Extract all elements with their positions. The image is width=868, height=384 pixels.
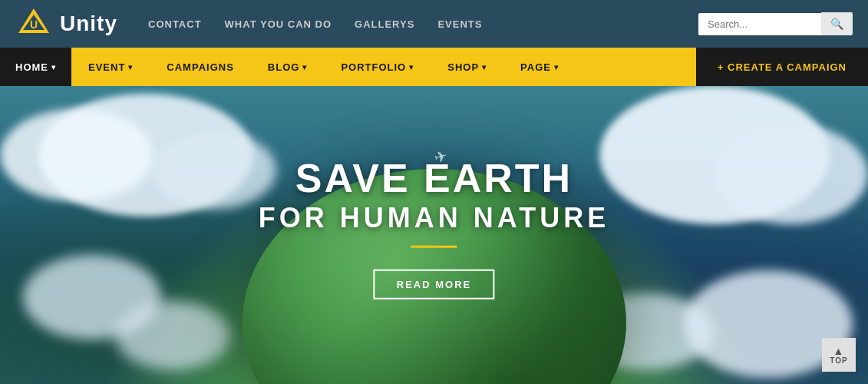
- svg-text:U: U: [30, 18, 38, 31]
- blog-arrow-icon: ▾: [302, 63, 307, 71]
- back-to-top-button[interactable]: ▲ TOP: [822, 338, 856, 372]
- hero-title-main: SAVE EARTH: [259, 157, 609, 200]
- search-input[interactable]: [698, 13, 821, 35]
- nav-contact[interactable]: CONTACT: [148, 18, 202, 30]
- create-campaign-button[interactable]: + CREATE A CAMPAIGN: [696, 48, 868, 86]
- top-arrow-icon: ▲: [833, 346, 845, 356]
- nav-item-portfolio[interactable]: PORTFOLIO ▾: [324, 48, 431, 86]
- home-arrow-icon: ▾: [51, 63, 56, 71]
- unity-logo-icon[interactable]: U: [15, 5, 52, 42]
- nav-item-blog-label: BLOG: [268, 61, 300, 73]
- nav-item-blog[interactable]: BLOG ▾: [251, 48, 325, 86]
- page-arrow-icon: ▾: [554, 63, 559, 71]
- event-arrow-icon: ▾: [128, 63, 133, 71]
- nav-what-you-can-do[interactable]: WHAT YOU CAN DO: [225, 18, 332, 30]
- nav-item-campaigns-label: CAMPAIGNS: [167, 61, 233, 73]
- cloud-8: [115, 301, 230, 370]
- nav-home-label: HOME: [15, 61, 48, 73]
- nav-item-shop[interactable]: SHOP ▾: [431, 48, 503, 86]
- hero-content: SAVE EARTH FOR HUMAN NATURE READ MORE: [259, 157, 609, 300]
- logo-area: U Unity: [15, 5, 117, 42]
- nav-item-event-label: EVENT: [88, 61, 125, 73]
- top-nav: CONTACT WHAT YOU CAN DO GALLERYS EVENTS: [148, 18, 698, 30]
- nav-items-group: EVENT ▾ CAMPAIGNS BLOG ▾ PORTFOLIO ▾ SHO…: [71, 48, 696, 86]
- cloud-5: [715, 124, 868, 224]
- nav-item-portfolio-label: PORTFOLIO: [341, 61, 406, 73]
- shop-arrow-icon: ▾: [482, 63, 487, 71]
- search-area: 🔍: [698, 12, 853, 35]
- hero-section: ✈ SAVE EARTH FOR HUMAN NATURE READ MORE …: [0, 86, 868, 384]
- main-nav-bar: HOME ▾ EVENT ▾ CAMPAIGNS BLOG ▾ PORTFOLI…: [0, 48, 868, 86]
- hero-read-more-button[interactable]: READ MORE: [374, 270, 494, 300]
- hero-divider: [411, 246, 457, 248]
- search-button[interactable]: 🔍: [821, 12, 853, 35]
- create-campaign-label: + CREATE A CAMPAIGN: [718, 61, 847, 73]
- nav-home-item[interactable]: HOME ▾: [0, 48, 71, 86]
- nav-item-shop-label: SHOP: [447, 61, 479, 73]
- nav-item-page[interactable]: PAGE ▾: [503, 48, 576, 86]
- nav-item-page-label: PAGE: [520, 61, 551, 73]
- top-button-label: TOP: [830, 356, 847, 365]
- nav-item-campaigns[interactable]: CAMPAIGNS: [150, 48, 250, 86]
- nav-item-event[interactable]: EVENT ▾: [71, 48, 150, 86]
- portfolio-arrow-icon: ▾: [409, 63, 414, 71]
- nav-gallerys[interactable]: GALLERYS: [355, 18, 414, 30]
- top-bar: U Unity CONTACT WHAT YOU CAN DO GALLERYS…: [0, 0, 868, 48]
- nav-events[interactable]: EVENTS: [437, 18, 482, 30]
- hero-title-sub: FOR HUMAN NATURE: [259, 200, 609, 237]
- logo-text[interactable]: Unity: [60, 12, 117, 36]
